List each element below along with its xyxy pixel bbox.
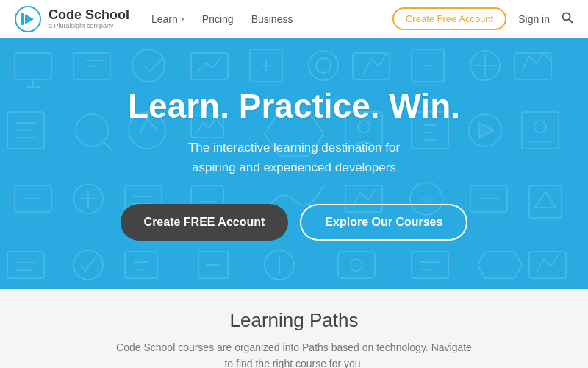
nav-item-business[interactable]: Business <box>251 13 293 25</box>
logo-sub: a Pluralsight company <box>49 23 129 29</box>
header-right: Create Free Account Sign in <box>392 7 573 30</box>
svg-rect-75 <box>412 252 448 278</box>
hero-subtitle: The interactive learning destination for… <box>121 138 468 177</box>
main-nav: Learn ▾ Pricing Business <box>151 13 392 25</box>
svg-rect-2 <box>21 13 24 25</box>
svg-marker-1 <box>25 14 34 24</box>
svg-rect-66 <box>125 252 157 278</box>
svg-line-30 <box>103 141 112 150</box>
svg-rect-12 <box>191 53 228 79</box>
svg-marker-78 <box>478 252 522 278</box>
svg-rect-5 <box>15 53 51 79</box>
svg-point-43 <box>534 121 546 132</box>
hero-section: </> Learn. Practice. Win. The interactiv… <box>0 38 588 289</box>
chevron-down-icon: ▾ <box>181 15 184 23</box>
svg-rect-79 <box>529 252 566 278</box>
create-free-account-button[interactable]: Create FREE Account <box>121 204 289 241</box>
hero-content: Learn. Practice. Win. The interactive le… <box>121 86 468 241</box>
learning-paths-section: Learning Paths Code School courses are o… <box>0 289 588 368</box>
svg-rect-11 <box>132 49 165 82</box>
svg-point-65 <box>74 250 103 280</box>
learning-paths-title: Learning Paths <box>15 309 573 332</box>
svg-point-16 <box>309 51 338 80</box>
header: Code School a Pluralsight company Learn … <box>0 0 588 38</box>
logo-text: Code School a Pluralsight company <box>49 8 129 29</box>
svg-rect-62 <box>7 252 44 278</box>
svg-point-74 <box>351 259 362 271</box>
hero-title: Learn. Practice. Win. <box>121 86 468 126</box>
svg-rect-24 <box>514 53 551 79</box>
nav-item-pricing[interactable]: Pricing <box>202 13 234 25</box>
svg-rect-60 <box>529 185 562 218</box>
logo-name: Code School <box>49 8 129 21</box>
svg-line-4 <box>570 19 573 23</box>
header-create-account-button[interactable]: Create Free Account <box>392 7 506 30</box>
learning-paths-description: Code School courses are organized into P… <box>15 339 573 368</box>
logo-icon <box>15 6 41 32</box>
nav-item-learn[interactable]: Learn ▾ <box>151 13 184 25</box>
svg-marker-61 <box>535 191 556 208</box>
sign-in-link[interactable]: Sign in <box>518 13 550 25</box>
svg-point-17 <box>316 58 331 73</box>
search-icon[interactable] <box>562 12 573 26</box>
svg-rect-42 <box>522 112 559 149</box>
explore-courses-button[interactable]: Explore Our Courses <box>300 204 467 241</box>
svg-point-3 <box>563 13 570 20</box>
svg-rect-73 <box>338 252 375 278</box>
hero-buttons: Create FREE Account Explore Our Courses <box>121 204 468 241</box>
logo[interactable]: Code School a Pluralsight company <box>15 6 129 32</box>
svg-marker-41 <box>479 123 494 138</box>
